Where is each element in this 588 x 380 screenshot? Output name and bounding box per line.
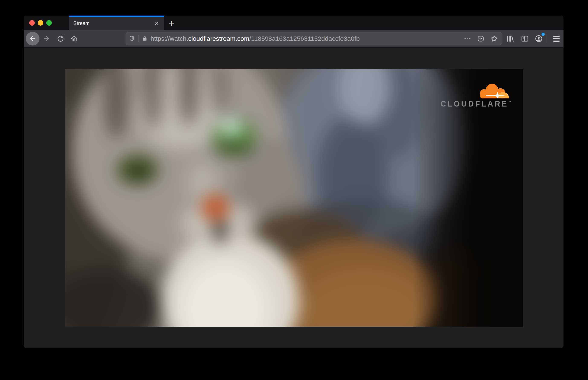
library-button[interactable] [506, 34, 515, 43]
tab-title: Stream [73, 20, 153, 26]
url-text: https://watch.cloudflarestream.com/11859… [151, 35, 464, 42]
bookmark-star-icon[interactable] [490, 35, 498, 43]
url-scheme: https://watch. [151, 35, 188, 42]
url-path: /118598a163a125631152ddaccfe3a0fb [249, 35, 360, 42]
home-button[interactable] [70, 35, 78, 42]
window-zoom-button[interactable] [46, 20, 52, 26]
lock-icon[interactable] [141, 36, 148, 42]
video-player[interactable]: CLOUDFLARE™ [65, 69, 523, 327]
page-action-buttons: ••• [464, 35, 502, 43]
cloudflare-watermark: CLOUDFLARE™ [440, 83, 511, 108]
screen: { "browser": { "tab": { "title": "Stream… [0, 0, 588, 380]
window-controls [24, 16, 69, 30]
back-button[interactable] [26, 32, 39, 45]
window-minimize-button[interactable] [38, 20, 43, 26]
navigation-toolbar: https://watch.cloudflarestream.com/11859… [24, 30, 564, 48]
cloudflare-logo-text: CLOUDFLARE™ [440, 100, 511, 108]
menu-button[interactable] [552, 34, 561, 43]
cloudflare-cloud-icon [477, 83, 511, 98]
home-icon [70, 35, 78, 42]
browser-window: Stream ✕ + https://watch.cloudflarestrea… [24, 16, 564, 348]
urlbar-divider [138, 35, 138, 42]
tab-close-icon[interactable]: ✕ [153, 20, 160, 27]
window-close-button[interactable] [29, 20, 35, 26]
toolbar-divider [547, 34, 547, 43]
account-notification-dot [541, 33, 545, 36]
sidebar-button[interactable] [520, 34, 529, 43]
url-bar[interactable]: https://watch.cloudflarestream.com/11859… [126, 32, 502, 45]
account-icon [535, 34, 543, 43]
new-tab-button[interactable]: + [166, 17, 176, 29]
forward-arrow-icon [43, 35, 50, 42]
back-arrow-icon [29, 35, 36, 42]
tab-bar: Stream ✕ + [24, 16, 564, 30]
page-content: CLOUDFLARE™ [24, 48, 564, 348]
tab-stream[interactable]: Stream ✕ [69, 16, 164, 30]
page-actions-icon[interactable]: ••• [464, 36, 471, 41]
sidebar-icon [521, 34, 529, 43]
account-button[interactable] [534, 34, 543, 43]
pocket-icon[interactable] [477, 35, 484, 42]
trademark-mark: ™ [508, 100, 511, 103]
reload-icon [57, 35, 64, 42]
reload-button[interactable] [57, 35, 64, 42]
tracking-protection-shield-icon[interactable] [129, 36, 135, 42]
forward-button[interactable] [43, 35, 50, 42]
library-icon [506, 34, 515, 43]
menu-icon [553, 36, 560, 37]
url-domain: cloudflarestream.com [188, 35, 249, 42]
